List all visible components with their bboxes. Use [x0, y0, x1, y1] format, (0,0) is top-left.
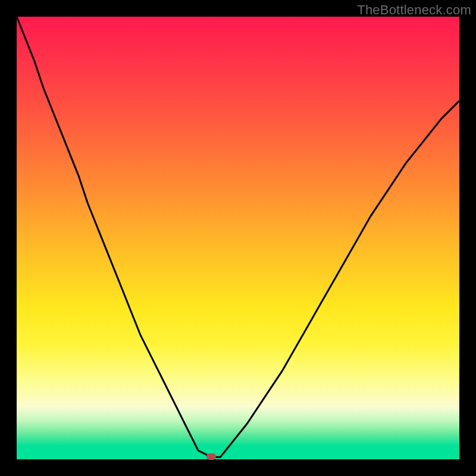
curve-layer [17, 17, 459, 459]
bottleneck-curve [17, 17, 459, 457]
watermark-text: TheBottleneck.com [357, 2, 471, 18]
minimum-marker [206, 453, 216, 460]
chart-frame: TheBottleneck.com [0, 0, 476, 476]
chart-plot-area [17, 17, 459, 459]
